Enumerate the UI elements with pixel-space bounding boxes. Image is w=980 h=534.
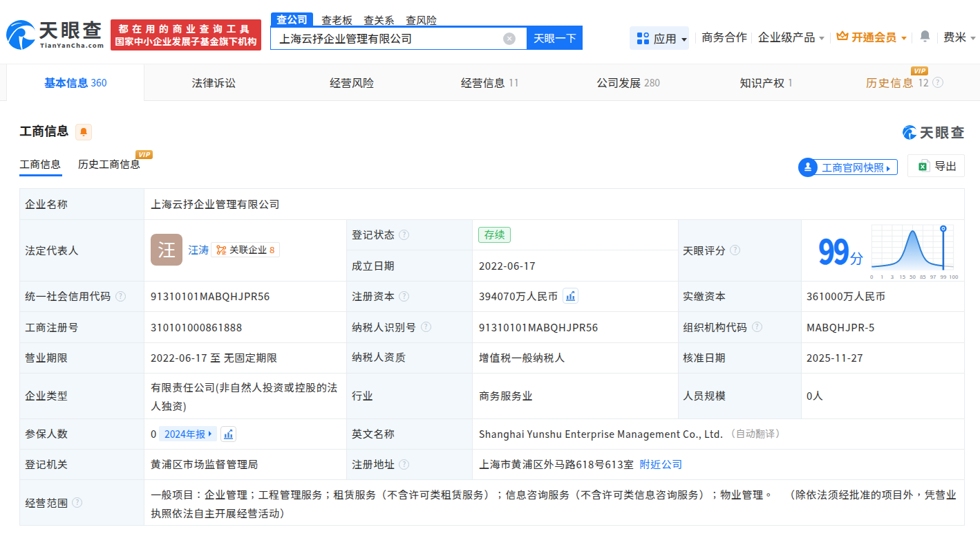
svg-text:企: 企	[222, 250, 227, 255]
svg-text:3: 3	[891, 273, 894, 280]
svg-text:100: 100	[949, 273, 959, 280]
svg-text:97: 97	[930, 273, 936, 280]
svg-text:50: 50	[910, 273, 916, 280]
svg-text:1: 1	[880, 273, 883, 280]
svg-text:99: 99	[941, 273, 947, 280]
svg-text:0: 0	[870, 273, 874, 280]
svg-text:85: 85	[920, 273, 926, 280]
svg-text:15: 15	[899, 273, 905, 280]
